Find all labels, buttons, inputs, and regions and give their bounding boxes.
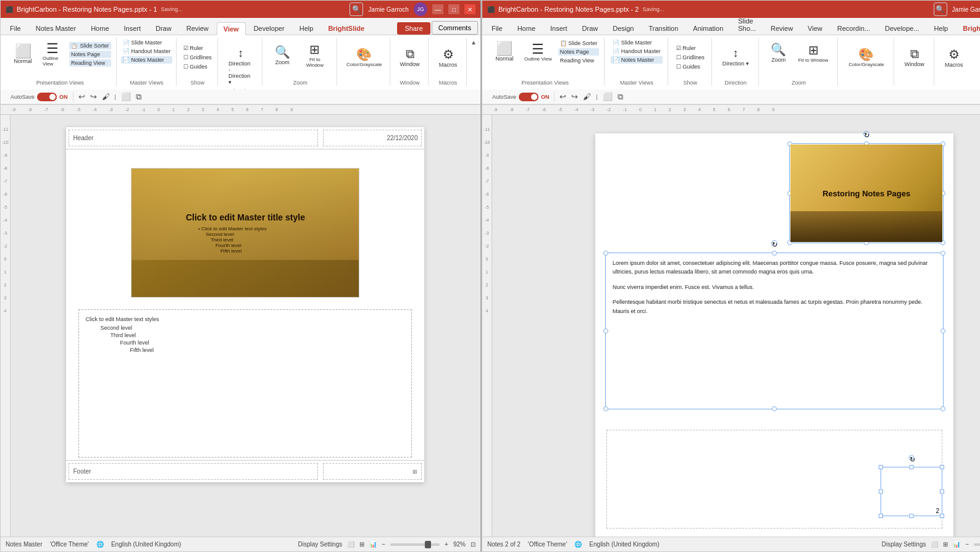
right-view-presenter-icon[interactable]: 📊 — [953, 541, 960, 548]
small-handle-bc[interactable] — [910, 514, 914, 518]
tab-draw-right[interactable]: Draw — [576, 22, 605, 35]
outline-btn-left[interactable]: ☰ Outline View — [38, 39, 67, 70]
slide-master-btn-left[interactable]: 📄 Slide Master — [121, 39, 173, 46]
right-autosave-toggle[interactable] — [519, 93, 538, 101]
left-view-presenter-icon[interactable]: 📊 — [369, 541, 377, 548]
text-handle-ml[interactable] — [603, 328, 608, 333]
right-display-settings[interactable]: Display Settings — [882, 541, 926, 548]
tab-slide-show-right[interactable]: Slide Sho... — [731, 18, 763, 35]
small-handle-br[interactable] — [940, 514, 944, 518]
left-view-grid-icon[interactable]: ⊞ — [359, 541, 364, 548]
tab-file-right[interactable]: File — [485, 22, 509, 35]
share-button-left[interactable]: Share — [397, 22, 430, 35]
normal-btn-left[interactable]: ⬜ Normal — [9, 41, 36, 67]
slide-sorter-btn-left[interactable]: 📋 Slide Sorter — [69, 42, 111, 49]
small-handle-bl[interactable] — [879, 514, 883, 518]
left-ribbon-collapse[interactable]: ▲ — [468, 38, 477, 46]
tab-help-left[interactable]: Help — [293, 22, 320, 35]
text-handle-bl[interactable] — [603, 406, 608, 411]
left-canvas[interactable]: Header 22/12/2020 — [10, 115, 480, 537]
small-handle-mr[interactable] — [940, 490, 944, 494]
left-search-icon[interactable]: 🔍 — [350, 2, 363, 16]
left-zoom-minus[interactable]: − — [382, 541, 385, 548]
shapes-icon[interactable]: ⬜ — [121, 92, 131, 101]
text-handle-bc[interactable] — [772, 406, 777, 411]
reading-view-btn-right[interactable]: Reading View — [558, 57, 600, 64]
tab-review-right[interactable]: Review — [764, 22, 800, 35]
zoom-btn-right[interactable]: 🔍 Zoom — [765, 39, 792, 66]
outline-btn-right[interactable]: ☰ Outline View — [520, 40, 556, 65]
tab-developer-right[interactable]: Develope... — [878, 22, 926, 35]
ruler-btn-left[interactable]: ☑ Ruler — [182, 44, 214, 52]
left-close-btn[interactable]: ✕ — [464, 4, 475, 14]
text-handle-mr[interactable] — [940, 328, 945, 333]
right-search-icon[interactable]: 🔍 — [934, 2, 947, 16]
small-handle-tr[interactable] — [940, 465, 944, 469]
text-handle-tr[interactable] — [940, 251, 945, 256]
tab-animations-right[interactable]: Animation — [686, 22, 730, 35]
tab-design-right[interactable]: Design — [606, 22, 640, 35]
tab-home-right[interactable]: Home — [511, 22, 542, 35]
right-canvas[interactable]: ↻ Restoring Notes Pages — [492, 115, 980, 537]
ruler-btn-right[interactable]: ☑ Ruler — [674, 44, 706, 52]
tab-notes-master-left[interactable]: Notes Master — [29, 22, 83, 35]
undo-icon[interactable]: ↩ — [78, 92, 85, 101]
reading-view-btn-left[interactable]: Reading View — [69, 59, 111, 67]
tab-view-right[interactable]: View — [801, 22, 829, 35]
right-zoom-minus[interactable]: − — [965, 541, 969, 548]
left-zoom-plus[interactable]: + — [445, 541, 448, 548]
right-view-grid-icon[interactable]: ⊞ — [943, 541, 948, 548]
collapse-icon[interactable]: ▲ — [471, 39, 477, 46]
tab-file-left[interactable]: File — [3, 22, 28, 35]
small-rotate-handle[interactable]: ↻ — [909, 455, 915, 461]
guides-btn-left[interactable]: ☐ Guides — [182, 63, 214, 70]
tab-help-right[interactable]: Help — [928, 22, 955, 35]
macros-btn-right[interactable]: ⚙ Macros — [940, 44, 968, 71]
tab-brightslide-right[interactable]: BrightSlid... — [956, 22, 980, 35]
tab-insert-left[interactable]: Insert — [117, 22, 148, 35]
small-handle-ml[interactable] — [879, 490, 883, 494]
left-slide-thumbnail[interactable]: Click to edit Master title style • Click… — [131, 168, 359, 298]
color-btn-left[interactable]: 🎨 Color/Grayscale — [342, 44, 386, 70]
notes-master-btn-left[interactable]: 📄 Notes Master — [121, 56, 173, 64]
rotate-handle[interactable]: ↻ — [863, 131, 869, 137]
slide-sorter-btn-right[interactable]: 📋 Slide Sorter — [558, 40, 600, 47]
macros-btn-left[interactable]: ⚙ Macros — [435, 44, 462, 71]
arrange-icon[interactable]: ⧉ — [136, 92, 141, 102]
right-shapes-icon[interactable]: ⬜ — [603, 92, 613, 101]
right-redo-icon[interactable]: ↪ — [571, 92, 578, 101]
tab-view-left[interactable]: View — [217, 22, 246, 35]
left-zoom-slider[interactable] — [390, 543, 440, 546]
fit-window-btn-left[interactable]: ⊞ Fit to Window — [298, 39, 332, 71]
direction-btn-right[interactable]: ↕ Direction ▾ — [718, 44, 753, 70]
right-format-painter-icon[interactable]: 🖌 — [583, 92, 591, 101]
left-fit-page-icon[interactable]: ⊡ — [471, 541, 475, 548]
right-view-normal-icon[interactable]: ⬜ — [931, 541, 938, 548]
left-footer-left[interactable]: Footer — [69, 463, 318, 480]
normal-btn-right[interactable]: ⬜ Normal — [491, 39, 518, 65]
tab-recording-right[interactable]: Recordin... — [831, 22, 877, 35]
redo-icon[interactable]: ↪ — [90, 92, 97, 101]
tab-review-left[interactable]: Review — [180, 22, 216, 35]
tab-draw-left[interactable]: Draw — [149, 22, 178, 35]
gridlines-btn-right[interactable]: ☐ Gridlines — [674, 54, 706, 61]
tab-transitions-right[interactable]: Transition — [642, 22, 685, 35]
window-btn-left[interactable]: ⧉ Window — [396, 44, 424, 70]
left-maximize-btn[interactable]: □ — [448, 4, 459, 14]
text-handle-tc[interactable] — [772, 251, 777, 256]
right-small-box[interactable]: ↻ 2 — [881, 467, 942, 516]
right-zoom-slider[interactable] — [974, 543, 980, 546]
text-rotate-handle[interactable]: ↻ — [771, 240, 777, 246]
zoom-btn-left[interactable]: 🔍 Zoom — [269, 41, 296, 69]
left-minimize-btn[interactable]: — — [432, 4, 443, 14]
text-handle-br[interactable] — [940, 406, 945, 411]
slide-master-btn-right[interactable]: 📄 Slide Master — [611, 39, 663, 46]
left-header-right[interactable]: 22/12/2020 — [323, 130, 422, 146]
small-handle-tl[interactable] — [879, 465, 883, 469]
tab-brightslide-left[interactable]: BrightSlide — [321, 22, 371, 35]
right-image-container[interactable]: ↻ Restoring Notes Pages — [790, 144, 942, 242]
text-handle-tl[interactable] — [603, 251, 608, 256]
left-view-normal-icon[interactable]: ⬜ — [347, 541, 354, 548]
left-display-settings[interactable]: Display Settings — [298, 541, 343, 548]
right-arrange-icon[interactable]: ⧉ — [618, 92, 623, 102]
